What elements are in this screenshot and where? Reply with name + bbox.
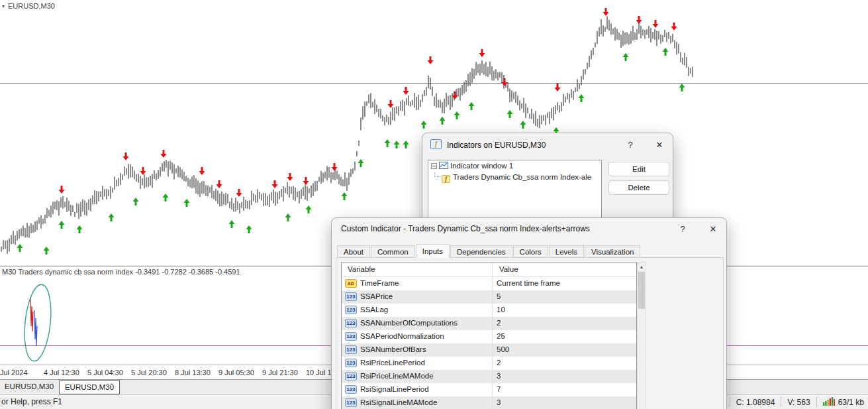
table-body: abTimeFrameCurrent time frame123SSAPrice… [342, 277, 636, 409]
input-row-SSANumberOfComputations[interactable]: 123SSANumberOfComputations2 [342, 317, 636, 330]
input-row-SSAPeriodNormalization[interactable]: 123SSAPeriodNormalization25 [342, 330, 636, 343]
inputs-table[interactable]: Variable Value abTimeFrameCurrent time f… [341, 262, 637, 409]
number-type-icon: 123 [345, 292, 357, 301]
variable-cell: RsiSignalLineMAMode [360, 398, 437, 406]
dialog-tab-inputs[interactable]: Inputs [416, 244, 450, 258]
value-column-header[interactable]: Value [499, 265, 518, 273]
tree-root-label[interactable]: Indicator window 1 [450, 162, 513, 170]
network-traffic-icon [823, 396, 835, 408]
status-volume: V: 563 [787, 398, 810, 407]
status-help-text: or Help, press F1 [1, 397, 62, 406]
variable-column-header[interactable]: Variable [348, 265, 375, 273]
value-cell[interactable]: Current time frame [497, 279, 560, 287]
variable-cell: TimeFrame [360, 279, 399, 287]
tree-child-row[interactable]: ƒTraders Dynamic Cb_ssa norm Index-ale [428, 172, 601, 183]
help-button[interactable]: ? [675, 222, 690, 237]
string-type-icon: ab [345, 279, 357, 288]
table-header: Variable Value [342, 263, 636, 277]
chart-tab-active[interactable]: EURUSD,M30 [59, 380, 120, 394]
dialog-tab-about[interactable]: About [337, 245, 370, 258]
input-row-SSAPrice[interactable]: 123SSAPrice5 [342, 290, 636, 304]
dialog-tab-dependencies[interactable]: Dependencies [450, 245, 512, 258]
time-axis-label: 5 Jul 20:30 [131, 369, 167, 377]
tree-child-label[interactable]: Traders Dynamic Cb_ssa norm Index-ale [453, 173, 591, 181]
variable-cell: SSAPeriodNormalization [360, 332, 444, 340]
number-type-icon: 123 [345, 359, 357, 367]
variable-cell: RsiSignalLinePeriod [360, 385, 429, 393]
value-cell[interactable]: 25 [497, 332, 505, 340]
help-button[interactable]: ? [623, 138, 638, 152]
custom-indicator-dialog: Custom Indicator - Traders Dynamic Cb_ss… [331, 217, 727, 409]
status-divider [816, 397, 817, 407]
dialog-tab-visualization[interactable]: Visualization [585, 245, 640, 258]
delete-button[interactable]: Delete [608, 180, 669, 195]
time-axis-label: Jul 2024 [0, 369, 28, 377]
tree-connector [434, 172, 440, 177]
time-axis-label: 9 Jul 05:30 [218, 369, 254, 377]
input-row-RsiSignalLineMAMode[interactable]: 123RsiSignalLineMAMode3 [342, 396, 636, 409]
variable-cell: RsiPriceLineMAMode [360, 372, 434, 380]
tree-collapse-icon[interactable] [431, 163, 437, 169]
input-row-SSALag[interactable]: 123SSALag10 [342, 304, 636, 317]
dialog-title: Indicators on EURUSD,M30 [447, 141, 546, 150]
indicator-window-icon [439, 162, 448, 169]
value-cell[interactable]: 5 [497, 292, 501, 300]
value-cell[interactable]: 2 [497, 359, 501, 367]
value-cell[interactable]: 3 [497, 372, 501, 380]
scroll-up-icon[interactable]: ▲ [638, 263, 646, 271]
symbol-text: EURUSD,M30 [8, 2, 55, 10]
value-cell[interactable]: 10 [497, 306, 505, 314]
variable-cell: SSANumberOfBars [360, 345, 426, 353]
input-row-SSANumberOfBars[interactable]: 123SSANumberOfBars500 [342, 343, 636, 357]
tree-root-row[interactable]: Indicator window 1 [428, 160, 601, 172]
close-button[interactable]: ✕ [706, 222, 720, 237]
status-divider [781, 397, 781, 407]
dialog-tab-strip: AboutCommonInputsDependenciesColorsLevel… [337, 244, 641, 258]
value-cell[interactable]: 7 [497, 385, 501, 393]
number-type-icon: 123 [345, 319, 357, 327]
variable-cell: SSALag [360, 306, 388, 314]
input-row-RsiPriceLineMAMode[interactable]: 123RsiPriceLineMAMode3 [342, 370, 636, 383]
time-axis-label: 5 Jul 04:30 [87, 369, 123, 377]
indicator-pane-label: M30 Traders dynamic cb ssa norm index -0… [2, 268, 240, 276]
number-type-icon: 123 [345, 332, 357, 341]
status-quote: C: 1.08984 [736, 398, 775, 407]
dialog-tab-levels[interactable]: Levels [549, 245, 584, 258]
number-type-icon: 123 [345, 385, 357, 394]
chart-tab[interactable]: EURUSD,M30 [0, 380, 58, 394]
chart-dropdown-icon[interactable]: ▾ [2, 3, 5, 9]
variable-cell: SSAPrice [360, 292, 393, 300]
time-axis-label: 8 Jul 13:30 [175, 369, 211, 377]
indicators-dialog-icon: ƒ [430, 139, 442, 149]
number-type-icon: 123 [345, 345, 357, 354]
status-right-segments: C: 1.08984 V: 563 63/1 kb [724, 395, 864, 409]
variable-cell: SSANumberOfComputations [360, 319, 458, 327]
number-type-icon: 123 [345, 398, 357, 407]
inputs-tab-panel: Variable Value abTimeFrameCurrent time f… [336, 257, 724, 409]
scrollbar-thumb[interactable] [638, 272, 645, 309]
annotation-ellipse [21, 283, 54, 362]
status-divider [730, 397, 730, 407]
input-row-TimeFrame[interactable]: abTimeFrameCurrent time frame [342, 277, 636, 290]
dialog-tab-colors[interactable]: Colors [513, 245, 548, 258]
input-row-RsiPriceLinePeriod[interactable]: 123RsiPriceLinePeriod2 [342, 357, 636, 370]
status-traffic: 63/1 kb [838, 398, 864, 407]
edit-button[interactable]: Edit [608, 162, 669, 176]
time-axis-label: 4 Jul 12:30 [44, 369, 79, 377]
chart-symbol-label: ▾ EURUSD,M30 [2, 2, 55, 10]
close-button[interactable]: ✕ [652, 138, 667, 152]
value-cell[interactable]: 2 [497, 319, 501, 327]
input-row-RsiSignalLinePeriod[interactable]: 123RsiSignalLinePeriod7 [342, 383, 636, 396]
table-scrollbar[interactable]: ▲ [637, 262, 646, 409]
number-type-icon: 123 [345, 306, 357, 314]
number-type-icon: 123 [345, 372, 357, 380]
variable-cell: RsiPriceLinePeriod [360, 359, 425, 367]
mt-terminal-window: ▾ EURUSD,M30 M30 Traders dynamic cb ssa … [0, 0, 868, 409]
value-cell[interactable]: 500 [497, 345, 509, 353]
dialog-title: Custom Indicator - Traders Dynamic Cb_ss… [341, 224, 590, 233]
time-axis-label: 9 Jul 21:30 [262, 369, 298, 377]
custom-indicator-icon: ƒ [442, 175, 450, 183]
indicator-pane-drawing [21, 283, 54, 362]
value-cell[interactable]: 3 [497, 398, 501, 406]
dialog-tab-common[interactable]: Common [371, 245, 415, 258]
